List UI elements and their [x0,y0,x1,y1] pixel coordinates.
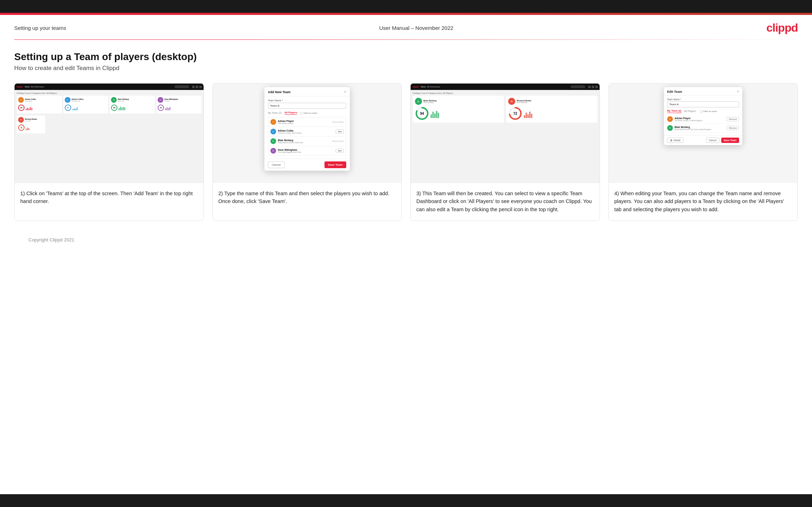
mini-icon-2 [196,86,198,88]
edit-team-name-input[interactable]: Team A [667,101,739,107]
team-p1-avatar: B [415,98,422,105]
player-avatar-3: B [270,138,276,144]
score-circle-p2: 0 [65,105,71,111]
edit-modal-screenshot: Edit Team × Team Name * Team A My Team (… [609,84,798,183]
page-content: Setting up a Team of players (desktop) H… [0,40,812,255]
mini-icon-3 [199,86,202,88]
filter-checkbox[interactable] [300,112,302,114]
team-dashboard-screenshot: clippd Home My Performance F [411,84,600,183]
modal-footer: Cancel Save Team [264,159,350,171]
score-circle-p4: 78 [158,105,164,111]
player-avatar-4: D [270,148,276,154]
mini-bars-p5 [26,126,30,130]
player-club-3: Royal North Devon Golf Club [278,142,330,144]
team-nav-home: Home [421,86,426,88]
team-bars-p2 [524,110,532,118]
modal-close-icon[interactable]: × [344,90,346,94]
remove-player-btn-2[interactable]: Remove [727,126,739,130]
add-team-modal-box: Add New Team × Team Name * Team A My Tea… [264,87,350,171]
edit-filter-label: Filter by name [703,110,717,112]
score-ring-72: 72 [508,106,522,121]
edit-modal-body: Team Name * Team A My Team (2) All Playe… [664,96,742,135]
step-4-text: 4) When editing your Team, you can chang… [609,183,798,220]
edit-player-club-2: Royal North Devon Golf Club, United King… [675,128,725,130]
svg-text:94: 94 [420,112,424,116]
add-player-btn-4[interactable]: Add [336,149,344,153]
edit-filter-checkbox[interactable] [700,110,703,113]
tab-my-team[interactable]: My Team (2) [268,112,282,115]
edit-player-avatar-1: A [667,116,673,122]
team-icon-3 [595,86,598,88]
avatar-p3: B [111,97,117,103]
top-bar [0,0,812,13]
score-circle-p3: 94 [111,105,117,111]
trash-icon: 🗑 [670,139,673,142]
modal-tabs: My Team (2) All Players Filter by name [268,111,346,115]
mini-topbar-1: clippd Home My Performance [15,84,204,90]
tab-all-players[interactable]: All Players [285,111,297,115]
step-screenshot-1: clippd Home My Performance Finding 4 out… [15,84,204,183]
header-center-text: User Manual – November 2022 [379,25,453,31]
step-2-text: 2) Type the name of this Team and then s… [213,183,402,220]
modal-body: Team Name * Team A My Team (2) All Playe… [264,96,350,159]
player-club-1: The Shire London [278,122,330,124]
avatar-p1: A [18,97,24,103]
player-status-1: Player Added [332,121,344,123]
team-icon-1 [588,86,591,88]
player-name-2: Adrian Colba [278,129,334,132]
cancel-button[interactable]: Cancel [268,161,285,168]
edit-team-name-label: Team Name * [667,98,739,101]
delete-label: Delete [674,139,681,142]
step-card-1: clippd Home My Performance Finding 4 out… [14,83,204,221]
edit-cancel-button[interactable]: Cancel [706,138,719,143]
edit-tabs: My Team (2) All Players Filter by name [667,110,739,113]
step-card-3: clippd Home My Performance F [410,83,600,221]
save-team-button[interactable]: Save Team [325,161,346,168]
player-name-1: Adrian Player [278,120,330,122]
mini-search-box [175,85,189,88]
steps-grid: clippd Home My Performance Finding 4 out… [14,83,798,221]
mini-nav-1: Home My Performance [25,86,44,88]
page-title: Setting up a Team of players (desktop) [14,51,798,63]
edit-tab-all-players[interactable]: All Players [684,110,696,113]
step-1-text: 1) Click on 'Teams' at the top of the sc… [15,183,204,220]
add-team-modal-screenshot: Add New Team × Team Name * Team A My Tea… [213,84,402,183]
step-card-2: Add New Team × Team Name * Team A My Tea… [212,83,402,221]
delete-team-button[interactable]: 🗑 Delete [667,138,684,143]
modal-title: Add New Team [268,90,291,94]
step-card-4: Edit Team × Team Name * Team A My Team (… [608,83,798,221]
team-search-box [571,85,585,88]
team-bars-p1 [431,110,439,118]
avatar-p2: A [65,97,70,103]
page-footer: Copyright Clippd 2021 [14,231,798,248]
edit-modal-footer: 🗑 Delete Cancel Save Team [664,135,742,145]
modal-header: Add New Team × [264,87,350,96]
header-left-text: Setting up your teams [14,25,66,31]
bottom-bar [0,494,812,507]
remove-player-btn-1[interactable]: Remove [727,117,739,121]
add-player-btn-2[interactable]: Add [336,129,344,134]
edit-player-info-2: Blair McHarg Royal North Devon Golf Club… [675,126,725,130]
team-mini-icons [588,86,598,88]
step-screenshot-2: Add New Team × Team Name * Team A My Tea… [213,84,402,183]
player-info-3: Blair McHarg Royal North Devon Golf Club [278,139,330,144]
avatar-p4: D [158,97,163,103]
player-name-3: Blair McHarg [278,139,330,142]
avatar-p5: R [18,117,24,123]
edit-modal-close-icon[interactable]: × [737,90,739,94]
modal-filter: Filter by name [300,112,317,114]
team-icon-2 [592,86,594,88]
edit-player-name-1: Adrian Player [675,117,725,119]
edit-player-item-2: B Blair McHarg Royal North Devon Golf Cl… [667,124,739,133]
copyright-text: Copyright Clippd 2021 [28,237,74,242]
edit-modal-box: Edit Team × Team Name * Team A My Team (… [664,87,742,145]
player-list-item-1: A Adrian Player The Shire London Player … [268,117,346,127]
player-list-item-3: B Blair McHarg Royal North Devon Golf Cl… [268,137,346,146]
team-dash-logo: clippd [412,86,419,88]
edit-tab-my-team[interactable]: My Team (2) [667,110,681,113]
team-name-input[interactable]: Team A [268,103,346,109]
player-info-4: Dave Billingham The Dog Maging Golf Club [278,149,334,153]
step-screenshot-4: Edit Team × Team Name * Team A My Team (… [609,84,798,183]
score-circle-p1: 84 [18,105,25,111]
edit-save-team-button[interactable]: Save Team [721,138,739,143]
